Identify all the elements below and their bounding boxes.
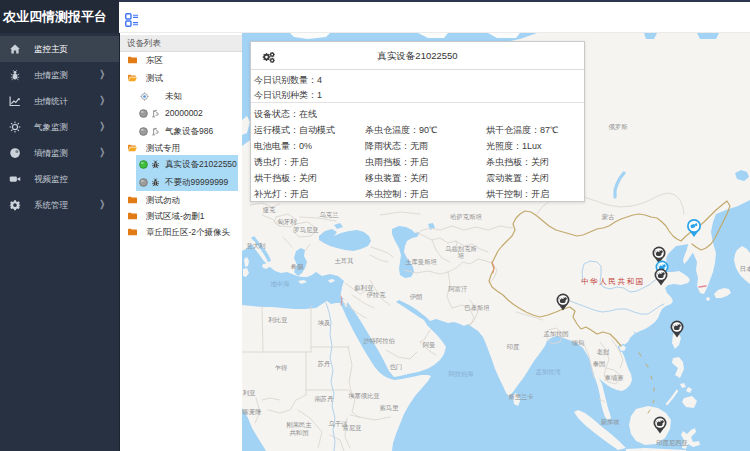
svg-text:老挝: 老挝: [597, 348, 610, 356]
svg-text:泰国: 泰国: [593, 360, 606, 368]
svg-text:印度: 印度: [507, 343, 520, 351]
svg-text:埃塞俄比亚: 埃塞俄比亚: [347, 392, 380, 400]
svg-text:喀麦隆: 喀麦隆: [243, 408, 262, 416]
svg-text:乌克兰: 乌克兰: [320, 211, 340, 219]
svg-text:索马里: 索马里: [380, 404, 400, 411]
svg-text:共和国: 共和国: [290, 429, 309, 437]
svg-text:孟加拉湾: 孟加拉湾: [535, 368, 561, 376]
svg-text:土耳其: 土耳其: [335, 257, 355, 265]
svg-text:土库曼斯坦: 土库曼斯坦: [405, 258, 437, 266]
svg-text:肯尼亚: 肯尼亚: [343, 424, 363, 431]
svg-text:中华人民共和国: 中华人民共和国: [581, 277, 645, 286]
svg-text:阿曼: 阿曼: [423, 341, 436, 349]
svg-text:斯里兰卡: 斯里兰卡: [508, 393, 533, 400]
svg-text:阿富汗: 阿富汗: [449, 285, 468, 293]
svg-text:捷克: 捷克: [263, 206, 276, 214]
svg-text:也门: 也门: [390, 363, 403, 370]
svg-text:利比亚: 利比亚: [268, 316, 289, 323]
svg-text:希腊: 希腊: [291, 263, 304, 270]
svg-text:孟加拉国: 孟加拉国: [543, 330, 568, 338]
svg-text:埃及: 埃及: [317, 319, 331, 326]
svg-text:印度尼西亚: 印度尼西亚: [656, 439, 688, 447]
svg-text:利亚: 利亚: [242, 389, 256, 396]
svg-text:乍得: 乍得: [275, 364, 288, 372]
svg-text:俄罗斯: 俄罗斯: [609, 123, 629, 131]
svg-text:柬埔寨: 柬埔寨: [605, 374, 624, 382]
svg-text:阿拉伯海: 阿拉伯海: [448, 370, 474, 378]
svg-text:新加坡: 新加坡: [601, 418, 621, 425]
svg-text:伊朗: 伊朗: [410, 293, 423, 301]
svg-text:日本: 日本: [740, 265, 750, 273]
svg-text:沙特阿拉伯: 沙特阿拉伯: [363, 337, 394, 345]
svg-text:罗马尼亚: 罗马尼亚: [293, 226, 319, 233]
svg-text:南苏丹: 南苏丹: [315, 395, 334, 402]
svg-text:意大利: 意大利: [246, 242, 266, 249]
svg-text:坦: 坦: [457, 252, 465, 259]
svg-text:刚果民主: 刚果民主: [286, 421, 312, 429]
svg-text:哈萨克斯坦: 哈萨克斯坦: [450, 213, 482, 221]
svg-text:蒙古: 蒙古: [602, 213, 615, 220]
svg-text:苏丹: 苏丹: [318, 360, 331, 367]
svg-text:地中海: 地中海: [271, 280, 291, 288]
svg-text:伊拉克: 伊拉克: [367, 291, 387, 299]
svg-text:巴基斯坦: 巴基斯坦: [464, 304, 490, 311]
svg-text:匈牙利: 匈牙利: [278, 218, 297, 225]
svg-text:缅甸: 缅甸: [572, 339, 585, 347]
